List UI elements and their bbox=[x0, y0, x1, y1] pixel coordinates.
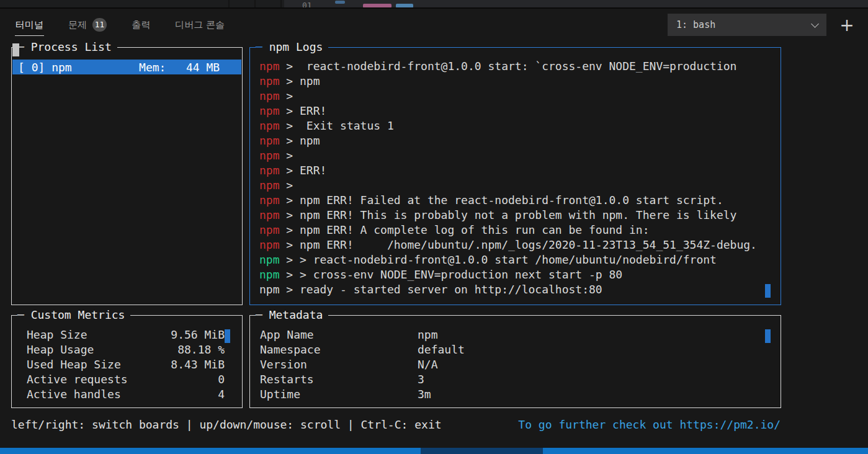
metrics-scrollbar-thumb[interactable] bbox=[225, 329, 230, 343]
metadata-value: N/A bbox=[418, 358, 438, 373]
metric-value: 4 bbox=[218, 388, 225, 403]
metadata-row: Uptime3m bbox=[250, 388, 781, 403]
log-text: > > cross-env NODE_ENV=production next s… bbox=[280, 268, 623, 281]
terminal-cursor bbox=[12, 43, 19, 56]
metadata-row: App Namenpm bbox=[250, 328, 781, 343]
log-prefix: npm bbox=[259, 104, 280, 117]
pm2-link-text[interactable]: To go further check out https://pm2.io/ bbox=[518, 418, 781, 431]
metric-value: 9.56 MiB bbox=[171, 328, 225, 343]
log-line: npm > bbox=[259, 149, 774, 164]
metadata-value: default bbox=[418, 343, 465, 358]
metric-value: 0 bbox=[218, 373, 225, 388]
log-line: npm > npm ERR! Failed at the react-nodeb… bbox=[259, 194, 774, 208]
log-line: npm > react-nodebird-front@1.0.0 start: … bbox=[259, 60, 774, 74]
log-prefix: npm bbox=[259, 208, 280, 221]
log-prefix: npm bbox=[259, 119, 280, 132]
tab-terminal-label: 터미널 bbox=[16, 19, 43, 31]
log-line: npm > bbox=[259, 89, 774, 104]
pm2-help-text: left/right: switch boards | up/down/mous… bbox=[11, 418, 442, 431]
pm2-npm-logs-title: npm Logs bbox=[256, 40, 328, 53]
metadata-value: npm bbox=[418, 328, 438, 343]
logs-scrollbar-thumb[interactable] bbox=[765, 284, 771, 298]
pm2-log-lines: npm > react-nodebird-front@1.0.0 start: … bbox=[250, 48, 781, 298]
editor-tab-divider bbox=[280, 0, 282, 7]
log-line: npm > ERR! bbox=[259, 104, 774, 119]
editor-tab-divider bbox=[228, 0, 230, 7]
log-prefix: npm bbox=[259, 164, 280, 177]
metadata-label: App Name bbox=[260, 328, 418, 343]
metric-row: Heap Usage88.18 % bbox=[12, 343, 242, 358]
pm2-custom-metrics-title: Custom Metrics bbox=[17, 308, 130, 321]
log-line: npm > bbox=[259, 179, 774, 194]
log-prefix: npm bbox=[259, 134, 280, 147]
metadata-label: Restarts bbox=[260, 373, 418, 388]
metadata-label: Namespace bbox=[260, 343, 418, 358]
log-text: > npm bbox=[280, 134, 320, 147]
tab-terminal[interactable]: 터미널 bbox=[15, 16, 44, 36]
metric-label: Active requests bbox=[27, 373, 128, 388]
pm2-custom-metrics-box: Custom Metrics Heap Size9.56 MiB Heap Us… bbox=[11, 315, 243, 408]
vscode-panel: 01 터미널 문제 11 출력 디버그 콘솔 1: bash + Process… bbox=[0, 0, 868, 454]
log-prefix: npm bbox=[259, 74, 280, 87]
tab-output[interactable]: 출력 bbox=[131, 16, 151, 36]
metadata-label: Version bbox=[260, 358, 418, 373]
log-prefix: npm bbox=[259, 253, 280, 266]
log-text: > ready - started server on http://local… bbox=[280, 283, 602, 296]
metadata-label: Uptime bbox=[260, 388, 418, 403]
log-prefix: npm bbox=[259, 223, 280, 236]
pm2-metadata-box: Metadata App Namenpm Namespacedefault Ve… bbox=[249, 315, 781, 408]
log-text: > npm ERR! Failed at the react-nodebird-… bbox=[280, 194, 723, 207]
log-text: > bbox=[280, 149, 293, 162]
log-text: > bbox=[280, 89, 293, 102]
log-prefix: npm bbox=[259, 283, 280, 296]
log-line: npm > npm ERR! This is probably not a pr… bbox=[259, 208, 774, 223]
editor-strip: 01 bbox=[0, 0, 868, 9]
log-text: > npm bbox=[280, 74, 320, 87]
metadata-scrollbar-thumb[interactable] bbox=[765, 329, 771, 343]
log-line: npm > npm bbox=[259, 134, 774, 149]
log-line: npm > ready - started server on http://l… bbox=[259, 283, 774, 298]
metric-label: Used Heap Size bbox=[27, 358, 121, 373]
editor-tab-divider bbox=[254, 0, 256, 7]
pm2-metadata-title: Metadata bbox=[256, 308, 328, 321]
problems-count-badge: 11 bbox=[92, 18, 107, 32]
pm2-process-list-title: Process List bbox=[17, 40, 117, 53]
log-text: > bbox=[280, 179, 293, 192]
log-prefix: npm bbox=[259, 268, 280, 281]
terminal-shell-selector-value: 1: bash bbox=[676, 19, 715, 30]
metric-row: Used Heap Size8.43 MiB bbox=[12, 358, 242, 373]
tab-problems[interactable]: 문제 11 bbox=[68, 14, 107, 37]
vscode-status-bar[interactable] bbox=[0, 448, 868, 454]
log-line: npm > npm bbox=[259, 74, 774, 89]
log-line: npm > ERR! bbox=[259, 164, 774, 179]
log-prefix: npm bbox=[259, 89, 280, 102]
pm2-process-row-selected[interactable]: [ 0] npm Mem: 44 MB bbox=[12, 60, 241, 74]
log-line: npm > > react-nodebird-front@1.0.0 start… bbox=[259, 253, 774, 268]
tab-debug-console[interactable]: 디버그 콘솔 bbox=[174, 16, 225, 36]
log-text: > > react-nodebird-front@1.0.0 start /ho… bbox=[280, 253, 717, 266]
metadata-row: Restarts3 bbox=[250, 373, 781, 388]
log-text: > Exit status 1 bbox=[280, 119, 394, 132]
tab-output-label: 출력 bbox=[132, 19, 150, 31]
log-text: > ERR! bbox=[280, 164, 327, 177]
pm2-metadata-rows: App Namenpm Namespacedefault VersionN/A … bbox=[250, 316, 781, 403]
metric-label: Heap Size bbox=[27, 328, 87, 343]
metric-label: Heap Usage bbox=[27, 343, 94, 358]
pm2-npm-logs-box: npm Logs npm > react-nodebird-front@1.0.… bbox=[249, 47, 781, 305]
log-prefix: npm bbox=[259, 238, 280, 251]
metadata-row: VersionN/A bbox=[250, 358, 781, 373]
log-text: > npm ERR! This is probably not a proble… bbox=[280, 208, 737, 221]
terminal-viewport[interactable]: Process List [ 0] npm Mem: 44 MB npm Log… bbox=[0, 42, 868, 442]
tab-problems-label: 문제 bbox=[68, 19, 87, 31]
pm2-process-list-box: Process List [ 0] npm Mem: 44 MB bbox=[11, 47, 243, 305]
log-text: > npm ERR! A complete log of this run ca… bbox=[280, 223, 650, 236]
metadata-value: 3m bbox=[418, 388, 431, 403]
log-text: > npm ERR! /home/ubuntu/.npm/_logs/2020-… bbox=[280, 238, 757, 251]
status-bar-dark-segment bbox=[421, 448, 543, 454]
metric-value: 8.43 MiB bbox=[171, 358, 225, 373]
terminal-shell-selector[interactable]: 1: bash bbox=[668, 14, 826, 36]
log-line: npm > npm ERR! /home/ubuntu/.npm/_logs/2… bbox=[259, 238, 774, 253]
metric-row: Heap Size9.56 MiB bbox=[12, 328, 242, 343]
log-line: npm > npm ERR! A complete log of this ru… bbox=[259, 223, 774, 238]
new-terminal-button[interactable]: + bbox=[836, 15, 857, 36]
